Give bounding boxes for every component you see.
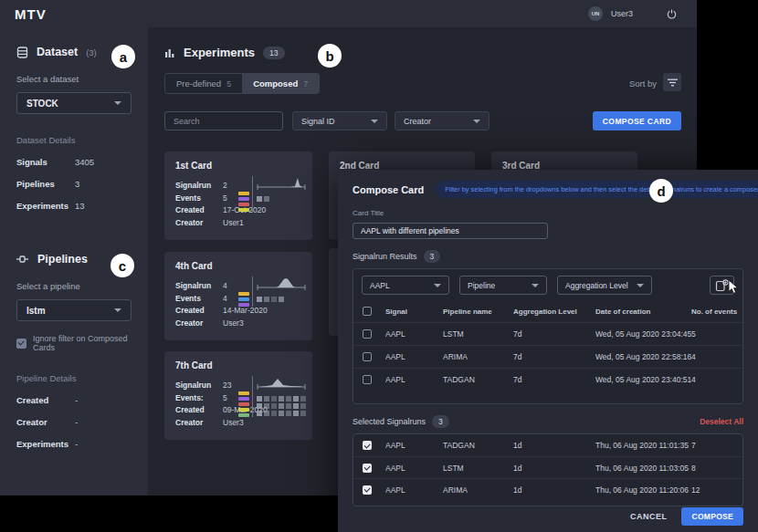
field-label: Created — [175, 306, 223, 315]
card-4th[interactable]: 4th Card Signalrun4 Events4 Created14-Ma… — [164, 252, 312, 340]
card-title-label: Card Title — [353, 209, 743, 217]
detail-value: 13 — [75, 201, 85, 211]
cell-date: Wed, 05 Aug 2020 23:40:51 — [595, 375, 691, 384]
detail-label: Created — [16, 395, 75, 405]
selected-row[interactable]: AAPL TADGAN 1d Thu, 06 Aug 2020 11:01:35… — [353, 434, 742, 456]
username-label: User3 — [611, 9, 633, 18]
pipeline-dropdown-value: Pipeline — [468, 281, 495, 290]
row-checkbox-checked[interactable] — [363, 464, 372, 473]
detail-value: - — [75, 439, 78, 449]
annotation-marker-c: c — [111, 254, 134, 277]
creator-filter-value: Creator — [404, 117, 431, 126]
signal-dropdown-value: AAPL — [370, 281, 390, 290]
field-value: 23 — [223, 381, 231, 390]
cell-signal: AAPL — [385, 464, 443, 473]
event-tag-bars — [238, 176, 252, 212]
tab-count: 5 — [226, 79, 231, 89]
cell-events: 7 — [691, 441, 742, 450]
card-7th[interactable]: 7th Card Signalrun23 Events:5 Created09-… — [164, 351, 312, 440]
cell-pipeline: ARIMA — [443, 352, 513, 361]
signalrun-results-panel: AAPL Pipeline Aggregation Level — [353, 268, 743, 404]
detail-label: Experiments — [16, 201, 75, 211]
compose-button[interactable]: COMPOSE — [681, 507, 743, 526]
cell-date: Thu, 06 Aug 2020 11:01:35 — [595, 441, 691, 450]
sparkline-icon — [256, 376, 307, 391]
chevron-down-icon — [114, 101, 121, 105]
result-row[interactable]: AAPL ARIMA 7d Wed, 05 Aug 2020 22:58:16 … — [353, 345, 742, 368]
pipeline-select[interactable]: lstm — [16, 299, 132, 321]
event-squares — [256, 395, 307, 417]
card-title-input[interactable] — [353, 223, 548, 239]
modal-title: Compose Card — [353, 184, 424, 195]
cell-events: 4 — [691, 352, 742, 361]
detail-label: Signals — [16, 157, 75, 167]
card-title: 4th Card — [175, 261, 301, 271]
signal-id-filter[interactable]: Signal ID — [292, 111, 387, 130]
experiments-header: Experiments 13 — [164, 46, 285, 59]
dataset-detail-row: Signals 3405 — [16, 157, 132, 167]
tab-pre-defined[interactable]: Pre-defined 5 — [165, 74, 242, 93]
select-all-checkbox[interactable] — [363, 307, 372, 316]
cell-pipeline: TADGAN — [443, 375, 513, 384]
cell-pipeline: ARIMA — [443, 485, 513, 495]
tab-composed[interactable]: Composed 7 — [242, 74, 319, 93]
event-tag-bars — [238, 276, 252, 307]
result-row[interactable]: AAPL TADGAN 7d Wed, 05 Aug 2020 23:40:51… — [353, 368, 742, 391]
mouse-cursor — [728, 280, 740, 295]
field-label: Creator — [175, 218, 223, 227]
experiments-count-badge: 13 — [263, 47, 284, 59]
chevron-down-icon — [637, 284, 644, 287]
field-value: 4 — [223, 281, 227, 290]
experiments-tabs: Pre-defined 5 Composed 7 — [164, 73, 320, 94]
sparkline-icon — [256, 276, 307, 291]
cell-date: Wed, 05 Aug 2020 22:58:16 — [595, 352, 691, 361]
column-header: Aggregation Level — [513, 308, 595, 316]
bar-chart-icon — [164, 47, 175, 58]
field-value: User3 — [223, 418, 244, 427]
user-avatar[interactable]: UN — [588, 6, 603, 21]
row-checkbox[interactable] — [363, 375, 372, 384]
field-label: Signalrun — [175, 281, 223, 290]
signal-dropdown[interactable]: AAPL — [362, 276, 449, 295]
tab-count: 7 — [303, 79, 308, 89]
aggregation-level-dropdown[interactable]: Aggregation Level — [557, 276, 652, 295]
deselect-all-link[interactable]: Deselect All — [700, 417, 743, 426]
creator-filter[interactable]: Creator — [395, 111, 490, 130]
ignore-filter-checkbox[interactable] — [16, 339, 26, 349]
signalrun-results-count-badge: 3 — [424, 250, 441, 263]
result-row[interactable]: AAPL LSTM 7d Wed, 05 Aug 2020 23:04:45 5 — [353, 322, 742, 345]
row-checkbox[interactable] — [363, 329, 372, 339]
field-value: 4 — [223, 294, 227, 303]
detail-value: - — [75, 417, 78, 427]
logout-button[interactable] — [667, 9, 677, 19]
chevron-down-icon — [532, 284, 539, 287]
signal-id-filter-value: Signal ID — [301, 117, 335, 126]
compose-card-button[interactable]: COMPOSE CARD — [593, 111, 681, 130]
search-input[interactable] — [164, 111, 283, 130]
row-checkbox[interactable] — [363, 352, 372, 361]
experiments-title: Experiments — [184, 46, 255, 59]
detail-label: Creator — [16, 417, 75, 427]
modal-body: Card Title Signalrun Results 3 AAPL Pipe… — [338, 209, 758, 506]
card-mini-visualization — [238, 176, 305, 212]
select-pipeline-label: Select a pipeline — [16, 281, 132, 291]
sort-button[interactable] — [663, 73, 681, 91]
aggregation-dropdown-value: Aggregation Level — [565, 281, 628, 290]
field-value: User3 — [223, 318, 244, 328]
pipeline-dropdown[interactable]: Pipeline — [459, 276, 547, 295]
chevron-down-icon — [473, 120, 480, 123]
sparkline-icon — [256, 176, 307, 191]
row-checkbox-checked[interactable] — [363, 485, 372, 495]
selected-row[interactable]: AAPL ARIMA 1d Thu, 06 Aug 2020 11:20:06 … — [353, 478, 742, 500]
app-logo: MTV — [15, 6, 47, 22]
modal-header: Compose Card Filter by selecting from th… — [338, 170, 758, 207]
detail-label: Experiments — [16, 439, 75, 449]
chevron-down-icon — [371, 120, 378, 123]
card-1st[interactable]: 1st Card Signalrun2 Events5 Created17-Oc… — [164, 151, 312, 240]
pipeline-detail-row: Creator - — [16, 417, 132, 427]
cancel-button[interactable]: CANCEL — [630, 512, 668, 521]
dataset-select[interactable]: STOCK — [16, 92, 132, 114]
selected-row[interactable]: AAPL LSTM 1d Thu, 06 Aug 2020 11:03:05 8 — [353, 456, 742, 478]
row-checkbox-checked[interactable] — [363, 441, 372, 450]
database-icon — [16, 47, 28, 58]
